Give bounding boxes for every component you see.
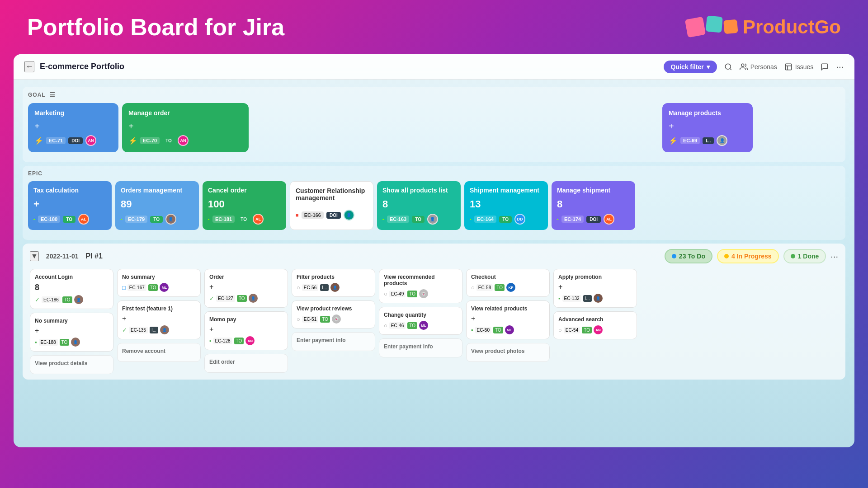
epic-tax-add[interactable]: + xyxy=(33,198,106,210)
issue-ec188: EC-188 xyxy=(39,339,58,346)
goal-card-manage-order: Manage order + ⚡ EC-70 TO AN xyxy=(122,103,249,152)
story-adv-search-tags: ○ EC-54 TO AN xyxy=(558,325,632,334)
goal-manage-order-add[interactable]: + xyxy=(128,121,242,131)
check-icon: ✓ xyxy=(35,296,40,303)
epic-crm-title: Customer Relationship management xyxy=(296,187,368,202)
back-button[interactable]: ← xyxy=(24,61,34,72)
issue-ec186: EC-186 xyxy=(42,296,61,303)
pi-more-button[interactable]: ··· xyxy=(830,251,838,262)
avatar-user3: 👤 xyxy=(344,210,354,221)
story-view-related-tags: ▪ EC-50 TO ML xyxy=(471,325,545,334)
goal-manage-products-title: Manage products xyxy=(669,109,746,117)
story-edit-order: Edit order xyxy=(204,354,288,373)
quick-filter-label: Quick filter xyxy=(671,63,704,70)
tag-to-qty: TO xyxy=(407,322,417,329)
tag-to-5: TO xyxy=(412,216,425,223)
search-button[interactable] xyxy=(724,63,732,71)
story-view-related: View related products + ▪ EC-50 TO ML xyxy=(466,300,550,339)
story-first-test-title: First test (feature 1) xyxy=(122,305,196,312)
story-promo-plus[interactable]: + xyxy=(558,283,632,291)
pi-badges: 23 To Do 4 In Progress 1 Done ··· xyxy=(665,249,838,263)
story-col-6: Checkout ○ EC-58 TO KP View related prod… xyxy=(466,269,550,374)
epic-manage-ship-title: Manage shipment xyxy=(557,187,630,194)
goal-card-manage-products: Manage products + ⚡ EC-69 I... 👤 xyxy=(662,103,753,152)
issue-ec49: EC-49 xyxy=(389,291,406,297)
avatar-an-story: AN xyxy=(245,336,255,345)
nav-left: ← E-commerce Portfolio xyxy=(24,61,124,72)
logo-product: Product xyxy=(743,16,815,38)
story-first-test-plus[interactable]: + xyxy=(122,314,196,323)
epic-products-num: 8 xyxy=(382,198,455,210)
goal-manage-order-title: Manage order xyxy=(128,109,242,117)
story-account-login-title: Account Login xyxy=(35,274,108,280)
story-no-sum-plus[interactable]: + xyxy=(35,327,108,335)
story-first-test-tags: ✓ EC-135 I... 👤 xyxy=(122,325,196,334)
personas-button[interactable]: Personas xyxy=(740,63,777,71)
more-options-button[interactable]: ··· xyxy=(836,61,844,72)
story-icon-2: ▪ xyxy=(121,216,123,222)
story-view-rec-tags: ○ EC-49 TO 👻 xyxy=(384,289,458,298)
quick-filter-button[interactable]: Quick filter ▾ xyxy=(664,61,717,73)
pi-toggle-button[interactable]: ▼ xyxy=(30,251,39,261)
avatar-user4: 👤 xyxy=(427,214,438,225)
story-icon-related: ▪ xyxy=(471,327,473,333)
pi-badge-done: 1 Done xyxy=(783,249,826,263)
tag-i-filter: I... xyxy=(320,284,329,291)
avatar-brown2: 👤 xyxy=(71,338,80,347)
filter-icon: ☰ xyxy=(49,91,56,99)
story-enter-payment: Enter payment info xyxy=(292,332,375,351)
avatar-brown4: 👤 xyxy=(249,294,258,303)
goal-section: GOAL ☰ Marketing + ⚡ EC-71 DOI AN xyxy=(23,87,845,162)
issue-ec127: EC-127 xyxy=(216,295,235,302)
circle-icon: ○ xyxy=(297,284,300,291)
story-momo-plus[interactable]: + xyxy=(209,325,283,333)
avatar-user: 👤 xyxy=(717,135,727,146)
story-view-reviews-title: View product reviews xyxy=(297,305,370,312)
story-filter-title: Filter products xyxy=(297,274,370,280)
story-icon-promo: ▪ xyxy=(558,295,561,302)
story-change-qty-tags: ○ EC-46 TO ML xyxy=(384,321,458,330)
goal-marketing-add[interactable]: + xyxy=(34,121,112,131)
goal-manage-products-add[interactable]: + xyxy=(669,121,746,131)
story-icon-3: ▪ xyxy=(208,216,210,222)
issue-ec58: EC-58 xyxy=(476,284,493,291)
circle-icon-3: ○ xyxy=(384,291,387,297)
goal-marketing-tags: ⚡ EC-71 DOI AN xyxy=(34,135,112,146)
tag-i-promo: I... xyxy=(583,295,592,302)
story-icon-momo: ▪ xyxy=(209,338,212,344)
story-green-icon: ▪ xyxy=(35,339,37,346)
epic-tax-title: Tax calculation xyxy=(33,187,106,194)
epic-cancel-tags: ▪ EC-181 TO AL xyxy=(208,214,281,225)
tag-to-story: TO xyxy=(62,296,72,303)
story-icon: ▪ xyxy=(33,216,35,222)
banner: Portfolio Board for Jira ProductGo xyxy=(0,0,868,54)
tag-to-3: TO xyxy=(150,216,163,223)
done-dot xyxy=(791,254,795,258)
story-order-plus[interactable]: + xyxy=(209,283,283,291)
epic-orders-tags: ▪ EC-179 TO 👤 xyxy=(121,214,193,225)
epic-card-manage-ship: Manage shipment 8 ▪ EC-174 DOI AL xyxy=(552,181,635,230)
story-account-login-num: 8 xyxy=(35,283,108,292)
epic-manage-ship-tags: ▪ EC-174 DOI AL xyxy=(557,214,630,225)
story-edit-order-title: Edit order xyxy=(209,359,283,365)
issue-ec179: EC-179 xyxy=(125,216,147,223)
pi-section: ▼ 2022-11-01 PI #1 23 To Do 4 In Progres… xyxy=(23,244,845,380)
epic-card-tax: Tax calculation + ▪ EC-180 TO AL xyxy=(28,181,112,230)
goal-card-marketing: Marketing + ⚡ EC-71 DOI AN xyxy=(28,103,118,152)
comment-button[interactable] xyxy=(821,63,829,71)
circle-icon-2: ○ xyxy=(297,316,300,323)
issues-button[interactable]: Issues xyxy=(784,63,813,71)
avatar-al2: AL xyxy=(253,214,264,225)
epic-shipment-num: 13 xyxy=(470,198,542,210)
story-view-photos: View product photos xyxy=(466,343,550,362)
personas-label: Personas xyxy=(750,63,777,70)
epic-tax-tags: ▪ EC-180 TO AL xyxy=(33,214,106,225)
story-related-plus[interactable]: + xyxy=(471,314,545,323)
epic-card-cancel: Cancel order 100 ▪ EC-181 TO AL xyxy=(203,181,286,230)
goal-marketing-title: Marketing xyxy=(34,109,112,117)
check-icon-2: ✓ xyxy=(122,327,127,333)
story-enter-pay-title: Enter payment info xyxy=(297,337,370,343)
story-col-7: Apply promotion + ▪ EC-132 I... 👤 Advanc… xyxy=(553,269,637,374)
issue-ec163: EC-163 xyxy=(387,216,409,223)
epic-cancel-num: 100 xyxy=(208,198,281,210)
